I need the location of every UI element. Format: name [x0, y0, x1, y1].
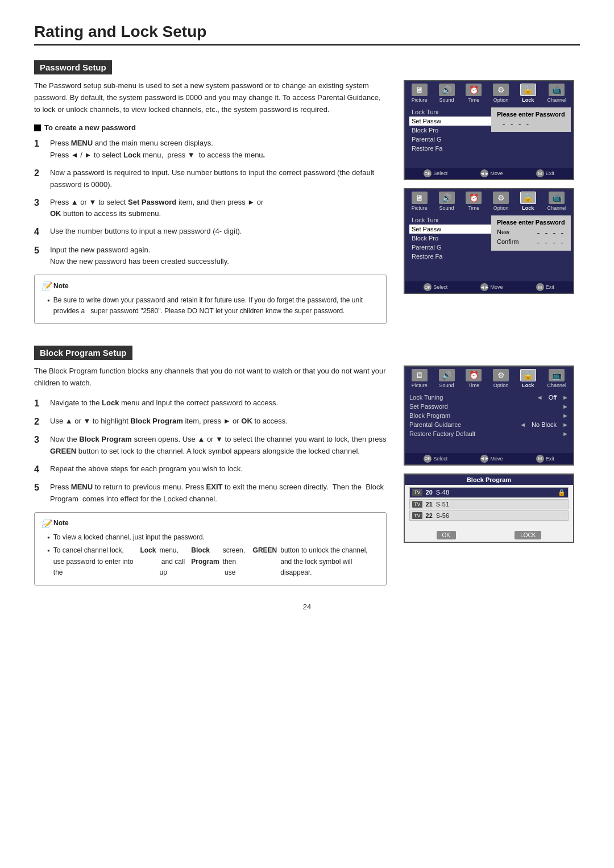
step-5: 5 Input the new password again.Now the n… — [34, 244, 387, 268]
parental-left-arrow: ◄ — [520, 421, 526, 428]
time-icon-3: ⏰ — [466, 369, 482, 381]
tv-screen-3: 🖥 Picture 🔊 Sound ⏰ Time ⚙ Option — [404, 366, 574, 466]
lock-icon-3: 🔒 — [520, 369, 536, 381]
tv-channel-row-1: TV 20 S-48 🔒 — [409, 487, 569, 498]
picture-icon-2: 🖥 — [412, 192, 428, 204]
tv-block-content: TV 20 S-48 🔒 TV 21 S-51 TV 22 S-56 — [405, 485, 573, 524]
password-note-bullets: Be sure to write down your password and … — [42, 295, 379, 317]
menu-icon-picture-3: 🖥 Picture — [412, 369, 428, 388]
menu-icon-channel-3: 📺 Channel — [547, 369, 567, 388]
step-3: 3 Press ▲ or ▼ to select Set Password it… — [34, 197, 387, 221]
tv-lock-content-3: Lock Tuning ◄ Off ► Set Password ► Block… — [405, 391, 573, 453]
tv-tag-2: TV — [412, 501, 422, 508]
tv-dialog-confirm-dots: - - - - — [537, 238, 565, 247]
black-square-icon — [34, 124, 41, 131]
picture-icon: 🖥 — [412, 84, 428, 96]
block-step-5: 5 Press MENU to return to previous menu.… — [34, 481, 387, 505]
step-2: 2 Now a password is required to input. U… — [34, 167, 387, 191]
password-left-col: The Password setup sub-menu is used to s… — [34, 80, 387, 324]
tv-dialog-1: Please enter Password - - - - — [491, 107, 571, 132]
block-ok-button[interactable]: OK — [437, 531, 456, 539]
block-note-bullets: To view a locked channel, just input the… — [42, 532, 379, 578]
password-intro: The Password setup sub-menu is used to s… — [34, 80, 387, 115]
channel-icon-2: 📺 — [549, 192, 565, 204]
menu-icon-option-1: ⚙ Option — [493, 84, 509, 103]
tv-footer-exit-3: M Exit — [536, 455, 554, 463]
tv-dialog-new-dots: - - - - — [537, 229, 565, 237]
menu-icon-picture-2: 🖥 Picture — [412, 192, 428, 211]
ok-btn-icon-3: OK — [424, 455, 432, 463]
tv-dialog-dots-row-1: - - - - — [497, 120, 565, 128]
tv-footer-3: OK Select ◄► Move M Exit — [405, 453, 573, 464]
tv-dialog-dots-1: - - - - — [503, 120, 530, 128]
tv-footer-move-2: ◄► Move — [480, 283, 503, 291]
tv-channel-row-3: TV 22 S-56 — [409, 510, 569, 521]
tv-menubar-3: 🖥 Picture 🔊 Sound ⏰ Time ⚙ Option — [405, 367, 573, 391]
menu-icon-lock-2: 🔒 Lock — [520, 192, 536, 211]
tv-tag-1: TV — [412, 489, 422, 496]
blockprogram-arrow: ► — [562, 412, 569, 419]
menu-icon-sound-1: 🔊 Sound — [439, 84, 455, 103]
tv-footer-move-1: ◄► Move — [480, 169, 503, 177]
channel-num-1: 20 — [426, 489, 433, 496]
step-num-1: 1 — [34, 138, 44, 150]
tv-dialog-title-2: Please enter Password — [497, 219, 565, 226]
password-setup-header: Password Setup — [34, 60, 112, 74]
block-step-4: 4 Repeat the above steps for each progra… — [34, 463, 387, 476]
block-note-bullet-1: To view a locked channel, just input the… — [47, 532, 379, 543]
lock-symbol-1: 🔒 — [558, 489, 566, 496]
lock-icon: 🔒 — [520, 84, 536, 96]
block-step-num-1: 1 — [34, 397, 44, 410]
menu-btn-icon-3: M — [536, 455, 544, 463]
block-intro: The Block Program function blocks any ch… — [34, 366, 387, 389]
channel-num-2: 21 — [426, 501, 433, 508]
dialog-confirm-field: Confirm - - - - — [497, 238, 565, 247]
note-icon: 📝 — [42, 280, 51, 292]
tv-content-1: Lock Tuni Set Passw Block Pro Parental G… — [405, 105, 573, 168]
tv-restore-row: Restore Factory Default ► — [409, 429, 569, 438]
block-step-num-5: 5 — [34, 481, 44, 494]
tv-footer-select-1: OK Select — [424, 169, 447, 177]
tv-parental-row: Parental Guidance ◄ No Block ► — [409, 420, 569, 429]
block-note-icon: 📝 — [42, 517, 51, 530]
channel-name-3: S-56 — [436, 512, 449, 519]
password-note-box: 📝 Note Be sure to write down your passwo… — [34, 275, 387, 324]
step-num-3: 3 — [34, 197, 44, 209]
block-lock-button[interactable]: LOCK — [515, 531, 541, 539]
menu-icon-sound-2: 🔊 Sound — [439, 192, 455, 211]
sound-icon-2: 🔊 — [439, 192, 455, 204]
block-step-text-3: Now the Block Program screen opens. Use … — [50, 434, 387, 458]
move-btn-icon-3: ◄► — [480, 455, 488, 463]
menu-btn-icon-1: M — [536, 169, 544, 177]
step-text-2: Now a password is required to input. Use… — [50, 167, 387, 191]
block-step-2: 2 Use ▲ or ▼ to highlight Block Program … — [34, 416, 387, 428]
block-step-text-5: Press MENU to return to previous menu. P… — [50, 481, 387, 505]
block-step-num-2: 2 — [34, 416, 44, 428]
menu-icon-channel-2: 📺 Channel — [547, 192, 567, 211]
parental-right-arrow: ► — [562, 421, 569, 428]
channel-icon-3: 📺 — [549, 369, 565, 381]
tv-footer-exit-1: M Exit — [536, 169, 554, 177]
tv-footer-select-3: OK Select — [424, 455, 447, 463]
time-icon: ⏰ — [466, 84, 482, 96]
menu-btn-icon-2: M — [536, 283, 544, 291]
option-icon-3: ⚙ — [493, 369, 509, 381]
step-text-5: Input the new password again.Now the new… — [50, 244, 229, 268]
step-num-5: 5 — [34, 244, 44, 257]
step-num-4: 4 — [34, 226, 44, 238]
block-program-section: Block Program Setup The Block Program fu… — [34, 335, 580, 585]
block-step-3: 3 Now the Block Program screen opens. Us… — [34, 434, 387, 458]
setpassword-arrow: ► — [562, 403, 569, 410]
tv-blockprogram-row: Block Program ► — [409, 411, 569, 420]
time-icon-2: ⏰ — [466, 192, 482, 204]
parental-value: No Block — [532, 421, 557, 428]
menu-icon-time-1: ⏰ Time — [466, 84, 482, 103]
channel-name-1: S-48 — [436, 489, 449, 496]
note-bullet-1: Be sure to write down your password and … — [47, 295, 379, 317]
option-icon-2: ⚙ — [493, 192, 509, 204]
dialog-new-field: New - - - - — [497, 228, 565, 238]
block-step-text-1: Navigate to the Lock menu and input the … — [50, 397, 278, 409]
tv-menubar-2: 🖥 Picture 🔊 Sound ⏰ Time ⚙ Option — [405, 189, 573, 213]
tv-footer-exit-2: M Exit — [536, 283, 554, 291]
block-step-num-3: 3 — [34, 434, 44, 446]
